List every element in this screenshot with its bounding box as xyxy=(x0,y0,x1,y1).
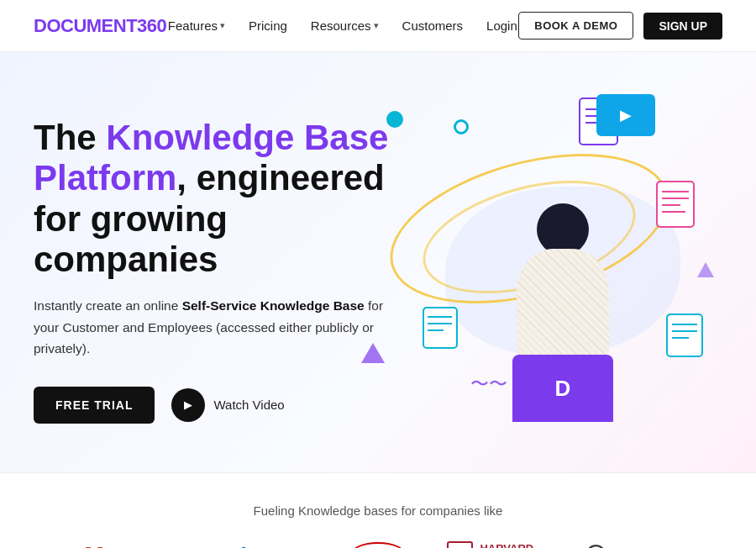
stackify-logo: ⬡ Stackify xyxy=(235,545,309,548)
mambu-logo: ⓜ MAMBU xyxy=(585,542,671,548)
play-icon: ▶ xyxy=(171,388,205,422)
logos-row: M McDonald's ⬡ Stackify Virgin H HARVARD… xyxy=(34,541,722,548)
virgin-logo: Virgin xyxy=(349,542,406,548)
document-icon-3 xyxy=(664,311,706,363)
hero-description: Instantly create an online Self-Service … xyxy=(34,295,403,360)
mambu-icon: ⓜ xyxy=(585,542,606,548)
video-thumbnail: ▶ xyxy=(596,94,655,136)
hero-title: The Knowledge Base Platform, engineered … xyxy=(34,118,403,280)
hero-section: The Knowledge Base Platform, engineered … xyxy=(0,52,756,472)
watch-video-label: Watch Video xyxy=(213,398,284,412)
hero-desc-start: Instantly create an online xyxy=(34,298,182,313)
harvard-icon: H xyxy=(447,541,474,548)
book-demo-button[interactable]: BOOK A DEMO xyxy=(518,12,633,40)
social-proof-section: Fueling Knowledge bases for companies li… xyxy=(0,472,756,548)
document-icon-4 xyxy=(420,304,460,355)
hero-actions: FREE TRIAL ▶ Watch Video xyxy=(34,387,403,424)
watch-video-button[interactable]: ▶ Watch Video xyxy=(171,388,284,422)
navbar: DOCUMENT360 Features Pricing Resources C… xyxy=(0,0,756,52)
mcdonalds-logo: M McDonald's xyxy=(84,542,195,548)
svg-rect-9 xyxy=(667,314,702,356)
stackify-icon: ⬡ xyxy=(235,545,251,548)
virgin-label: Virgin xyxy=(349,542,406,548)
nav-actions: BOOK A DEMO SIGN UP xyxy=(518,12,722,40)
mcdonalds-icon: M xyxy=(84,542,103,548)
hero-content: The Knowledge Base Platform, engineered … xyxy=(34,118,403,424)
hero-illustration: ▶ xyxy=(403,94,722,447)
social-proof-tagline: Fueling Knowledge bases for companies li… xyxy=(34,503,722,518)
triangle-decoration-2 xyxy=(697,262,714,277)
nav-customers[interactable]: Customers xyxy=(402,18,464,33)
free-trial-button[interactable]: FREE TRIAL xyxy=(34,387,155,424)
squiggle-decoration: 〜〜 xyxy=(470,371,507,397)
hero-title-start: The xyxy=(34,118,106,157)
nav-pricing[interactable]: Pricing xyxy=(249,18,287,33)
nav-login[interactable]: Login xyxy=(486,18,517,33)
document-icon-2 xyxy=(654,178,697,234)
signup-button[interactable]: SIGN UP xyxy=(643,13,722,40)
nav-features[interactable]: Features xyxy=(168,18,225,33)
logo[interactable]: DOCUMENT360 xyxy=(34,15,166,37)
circle-outline-decoration xyxy=(454,119,469,134)
harvard-logo: H HARVARDUNIVERSITY xyxy=(447,541,546,548)
harvard-label: HARVARDUNIVERSITY xyxy=(480,542,545,548)
nav-links: Features Pricing Resources Customers Log… xyxy=(168,18,517,33)
nav-resources[interactable]: Resources xyxy=(311,18,379,33)
hero-desc-bold: Self-Service Knowledge Base xyxy=(182,298,365,313)
svg-rect-13 xyxy=(423,308,457,348)
